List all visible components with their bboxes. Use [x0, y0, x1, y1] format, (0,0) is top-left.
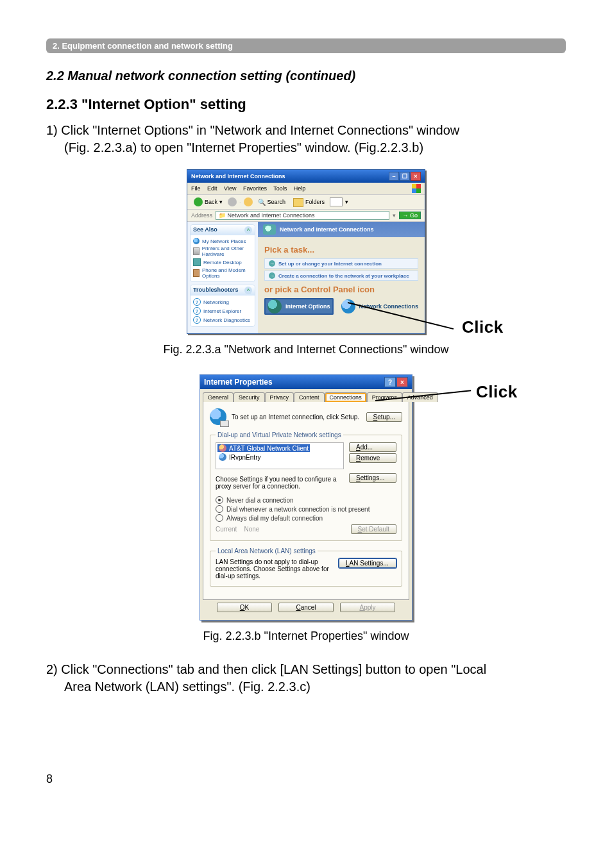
step-2-text: 2) Click "Connections" tab and then clic… — [46, 661, 566, 696]
ts-link-ie[interactable]: ?Internet Explorer — [193, 307, 252, 315]
setup-intro: To set up an Internet connection, click … — [232, 413, 361, 421]
tab-content[interactable]: Content — [294, 392, 325, 402]
menu-help[interactable]: Help — [294, 185, 306, 192]
views-button[interactable] — [330, 197, 343, 206]
menu-edit[interactable]: Edit — [207, 185, 217, 192]
globe-icon — [193, 238, 200, 244]
globe-icon — [210, 408, 226, 425]
cp-internet-label: Internet Options — [285, 303, 330, 310]
settings-button[interactable]: Settings... — [349, 473, 396, 483]
step-1-text: 1) Click "Internet Options" in "Network … — [46, 122, 566, 156]
help-icon: ? — [193, 307, 201, 315]
see-also-label: See Also — [193, 226, 217, 234]
help-icon: ? — [193, 298, 201, 306]
nic-window-controls: – ❐ × — [389, 172, 421, 181]
choose-note: Choose Settings if you need to configure… — [216, 476, 344, 490]
ts-link-networking[interactable]: ?Networking — [193, 298, 252, 306]
side-link-printers[interactable]: Printers and Other Hardware — [193, 246, 252, 257]
address-bar: Address 📁 Network and Internet Connectio… — [187, 210, 425, 222]
connections-panel: To set up an Internet connection, click … — [203, 401, 409, 600]
nic-sidebar: See Also ^ My Network Places Printers an… — [187, 222, 258, 333]
cp-internet-options[interactable]: Internet Options — [264, 298, 334, 315]
side-link-mynetwork[interactable]: My Network Places — [193, 238, 252, 244]
step-1-line-a: 1) Click "Internet Options" in "Network … — [46, 123, 459, 137]
setup-button[interactable]: Setup... — [366, 412, 402, 422]
fig-b-caption: Fig. 2.2.3.b "Internet Properties" windo… — [46, 630, 566, 643]
nic-titlebar[interactable]: Network and Internet Connections – ❐ × — [187, 170, 425, 183]
ip-titlebar[interactable]: Internet Properties ? × — [200, 375, 412, 389]
forward-button[interactable] — [228, 197, 237, 206]
ok-button[interactable]: OK — [217, 603, 272, 612]
tab-programs[interactable]: Programs — [367, 392, 402, 402]
windows-logo-icon — [412, 184, 421, 193]
tab-advanced[interactable]: Advanced — [402, 392, 438, 402]
side-link-phone[interactable]: Phone and Modem Options — [193, 267, 252, 279]
search-button[interactable]: 🔍 Search — [255, 198, 289, 206]
current-value: None — [244, 526, 259, 533]
dial-listbox[interactable]: AT&T Global Network Client IRvpnEntry — [216, 442, 344, 469]
lan-settings-button[interactable]: LAN Settings... — [339, 558, 396, 568]
cp-netconn-label: Network Connections — [359, 303, 419, 310]
lan-note: LAN Settings do not apply to dial-up con… — [216, 558, 334, 580]
category-icon — [263, 224, 276, 235]
task-setup-internet[interactable]: →Set up or change your Internet connecti… — [264, 258, 418, 269]
tab-general[interactable]: General — [203, 392, 234, 402]
list-item-att[interactable]: AT&T Global Network Client — [217, 444, 310, 452]
menu-tools[interactable]: Tools — [273, 185, 287, 192]
ip-title-text: Internet Properties — [204, 378, 273, 387]
tab-privacy[interactable]: Privacy — [265, 392, 294, 402]
up-button[interactable] — [244, 197, 253, 206]
network-connections-icon — [341, 299, 355, 313]
go-label: Go — [410, 212, 418, 219]
close-button[interactable]: × — [396, 377, 408, 387]
radio-never[interactable]: Never dial a connection — [216, 496, 396, 504]
side-link-remote[interactable]: Remote Desktop — [193, 258, 252, 266]
nic-menubar: File Edit View Favorites Tools Help — [187, 183, 425, 195]
close-button[interactable]: × — [411, 172, 421, 181]
arrow-icon: → — [269, 272, 275, 279]
troubleshooters-label: Troubleshooters — [193, 287, 239, 294]
task-create-connection[interactable]: →Create a connection to the network at y… — [264, 271, 418, 281]
tab-security[interactable]: Security — [234, 392, 265, 402]
menu-favorites[interactable]: Favorites — [243, 185, 267, 192]
pick-cp-icon: or pick a Control Panel icon — [264, 285, 418, 294]
ts-link-diag[interactable]: ?Network Diagnostics — [193, 316, 252, 324]
cp-network-connections[interactable]: Network Connections — [341, 299, 419, 313]
lan-group: Local Area Network (LAN) settings LAN Se… — [210, 547, 402, 587]
page-number: 8 — [46, 772, 566, 786]
menu-view[interactable]: View — [224, 185, 236, 192]
list-item-irvpn[interactable]: IRvpnEntry — [217, 453, 262, 461]
folders-label: Folders — [305, 199, 325, 205]
troubleshooters-header[interactable]: Troubleshooters ^ — [191, 285, 255, 296]
go-button[interactable]: → Go — [399, 212, 421, 219]
back-button[interactable]: Back ▾ — [191, 197, 225, 207]
radio-whenever[interactable]: Dial whenever a network connection is no… — [216, 505, 396, 513]
cancel-button[interactable]: Cancel — [278, 603, 334, 612]
printer-icon — [193, 247, 200, 255]
phone-icon — [193, 269, 200, 277]
remove-button[interactable]: Remove — [349, 453, 396, 463]
see-also-header[interactable]: See Also ^ — [191, 225, 255, 235]
menu-file[interactable]: File — [191, 185, 201, 192]
minimize-button[interactable]: – — [389, 172, 399, 181]
chevron-icon: ^ — [244, 287, 252, 294]
back-icon — [194, 197, 203, 206]
add-button[interactable]: Add... — [349, 442, 396, 452]
section-subtitle: 2.2 Manual network connection setting (c… — [46, 69, 566, 83]
radio-always[interactable]: Always dial my default connection — [216, 514, 396, 522]
tab-connections[interactable]: Connections — [325, 392, 367, 402]
nic-window: Network and Internet Connections – ❐ × F… — [187, 169, 425, 334]
apply-button: Apply — [340, 603, 395, 612]
connection-icon — [219, 444, 226, 452]
help-button[interactable]: ? — [384, 377, 396, 387]
arrow-icon: → — [269, 260, 275, 267]
dialup-legend: Dial-up and Virtual Private Network sett… — [216, 431, 343, 438]
maximize-button[interactable]: ❐ — [400, 172, 410, 181]
folders-button[interactable]: Folders — [291, 197, 327, 207]
main-head-label: Network and Internet Connections — [280, 226, 374, 233]
subsection-title: 2.2.3 "Internet Option" setting — [46, 96, 566, 113]
nic-main: Network and Internet Connections Pick a … — [258, 222, 425, 333]
radio-icon — [216, 514, 223, 522]
pick-a-task: Pick a task... — [264, 245, 418, 255]
address-field[interactable]: 📁 Network and Internet Connections — [216, 211, 389, 220]
